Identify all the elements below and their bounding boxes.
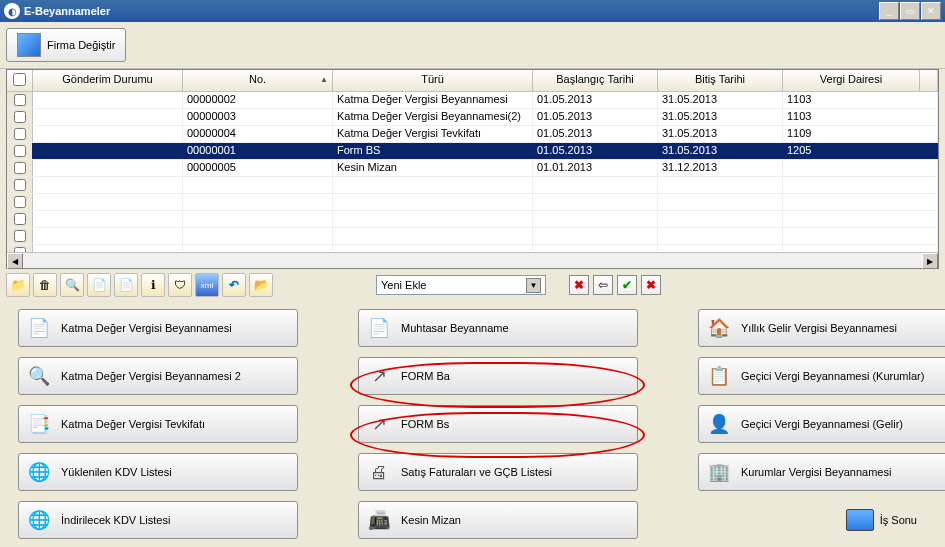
button-label: FORM Ba (401, 370, 450, 382)
i-ndirilecek-kdv-listesi-button[interactable]: 🌐İndirilecek KDV Listesi (18, 501, 298, 539)
info-icon[interactable]: ℹ (141, 273, 165, 297)
cancel-red-button[interactable]: ✖ (569, 275, 589, 295)
button-label: Geçici Vergi Beyannamesi (Gelir) (741, 418, 903, 430)
ge-ici-vergi-beyannamesi-gelir--button[interactable]: 👤Geçici Vergi Beyannamesi (Gelir) (698, 405, 945, 443)
open-folder-icon[interactable]: 📂 (249, 273, 273, 297)
button-label: Kesin Mizan (401, 514, 461, 526)
button-icon: 🏢 (705, 458, 733, 486)
cell-start: 01.01.2013 (533, 160, 658, 176)
row-checkbox[interactable] (7, 245, 33, 252)
button-icon: 🔍 (25, 362, 53, 390)
confirm-button[interactable]: ✔ (617, 275, 637, 295)
table-row[interactable] (7, 177, 938, 194)
xml-icon[interactable]: xml (195, 273, 219, 297)
horizontal-scrollbar[interactable]: ◀ ▶ (7, 252, 938, 268)
kurumlar-vergisi-beyannamesi-button[interactable]: 🏢Kurumlar Vergisi Beyannamesi (698, 453, 945, 491)
cell-gonderim (33, 194, 183, 210)
header-scroll-pad (920, 70, 938, 91)
doc1-icon[interactable]: 📄 (87, 273, 111, 297)
cell-end (658, 228, 783, 244)
row-checkbox[interactable] (7, 211, 33, 227)
cell-vd (783, 245, 938, 252)
row-checkbox[interactable] (7, 194, 33, 210)
scroll-left-button[interactable]: ◀ (7, 253, 23, 269)
add-new-dropdown[interactable]: Yeni Ekle ▼ (376, 275, 546, 295)
table-row[interactable]: 00000002Katma Değer Vergisi Beyannamesi0… (7, 92, 938, 109)
button-label: FORM Bs (401, 418, 449, 430)
muhtasar-beyanname-button[interactable]: 📄Muhtasar Beyanname (358, 309, 638, 347)
end-session-button[interactable]: İş Sonu (838, 505, 925, 535)
table-row[interactable]: 00000005Kesin Mizan01.01.201331.12.2013 (7, 160, 938, 177)
row-checkbox[interactable] (7, 109, 33, 125)
cell-vd (783, 228, 938, 244)
button-label: Muhtasar Beyanname (401, 322, 509, 334)
change-firm-button[interactable]: Firma Değiştir (6, 28, 126, 62)
cell-end: 31.05.2013 (658, 92, 783, 108)
delete-button[interactable]: ✖ (641, 275, 661, 295)
row-checkbox[interactable] (7, 126, 33, 142)
katma-de-er-vergisi-tevkifat--button[interactable]: 📑Katma Değer Vergisi Tevkifatı (18, 405, 298, 443)
cell-turu (333, 211, 533, 227)
row-checkbox[interactable] (7, 177, 33, 193)
form-bs-button[interactable]: ↗FORM Bs (358, 405, 638, 443)
katma-de-er-vergisi-beyannamesi-button[interactable]: 📄Katma Değer Vergisi Beyannamesi (18, 309, 298, 347)
row-checkbox[interactable] (7, 92, 33, 108)
table-row[interactable]: 00000003Katma Değer Vergisi Beyannamesi(… (7, 109, 938, 126)
header-vergi[interactable]: Vergi Dairesi (783, 70, 920, 91)
cell-gonderim (33, 160, 183, 176)
table-row[interactable] (7, 245, 938, 252)
cell-start: 01.05.2013 (533, 92, 658, 108)
y-ll-k-gelir-vergisi-beyannamesi-button[interactable]: 🏠Yıllık Gelir Vergisi Beyannamesi (698, 309, 945, 347)
cell-turu: Katma Değer Vergisi Beyannamesi(2) (333, 109, 533, 125)
ge-ici-vergi-beyannamesi-kurumlar--button[interactable]: 📋Geçici Vergi Beyannamesi (Kurumlar) (698, 357, 945, 395)
cell-end: 31.12.2013 (658, 160, 783, 176)
zoom-icon[interactable]: 🔍 (60, 273, 84, 297)
cell-gonderim (33, 92, 183, 108)
minimize-button[interactable]: _ (879, 2, 899, 20)
chevron-down-icon: ▼ (526, 278, 541, 293)
sat-faturalar-ve-g-b-listesi-button[interactable]: 🖨Satış Faturaları ve GÇB Listesi (358, 453, 638, 491)
undo-icon[interactable]: ↶ (222, 273, 246, 297)
cell-turu: Form BS (333, 143, 533, 159)
table-row[interactable] (7, 228, 938, 245)
declarations-grid: Gönderim Durumu No. Türü Başlangıç Tarih… (6, 69, 939, 269)
button-icon: 🌐 (25, 458, 53, 486)
cell-start (533, 228, 658, 244)
scroll-track[interactable] (23, 253, 922, 268)
table-row[interactable] (7, 211, 938, 228)
kesin-mizan-button[interactable]: 📠Kesin Mizan (358, 501, 638, 539)
button-icon: ↗ (365, 362, 393, 390)
header-checkbox[interactable] (7, 70, 33, 91)
grid-body[interactable]: 00000002Katma Değer Vergisi Beyannamesi0… (7, 92, 938, 252)
doc2-icon[interactable]: 📄 (114, 273, 138, 297)
cell-no (183, 211, 333, 227)
header-gonderim[interactable]: Gönderim Durumu (33, 70, 183, 91)
table-row[interactable] (7, 194, 938, 211)
header-baslangic[interactable]: Başlangıç Tarihi (533, 70, 658, 91)
form-ba-button[interactable]: ↗FORM Ba (358, 357, 638, 395)
cell-start: 01.05.2013 (533, 143, 658, 159)
header-no[interactable]: No. (183, 70, 333, 91)
table-row[interactable]: 00000004Katma Değer Vergisi Tevkifatı01.… (7, 126, 938, 143)
building-icon (17, 33, 41, 57)
row-checkbox[interactable] (7, 160, 33, 176)
y-klenilen-kdv-listesi-button[interactable]: 🌐Yüklenilen KDV Listesi (18, 453, 298, 491)
back-button[interactable]: ⇦ (593, 275, 613, 295)
table-row[interactable]: 00000001Form BS01.05.201331.05.20131205 (7, 143, 938, 160)
maximize-button[interactable]: ▭ (900, 2, 920, 20)
cell-no: 00000003 (183, 109, 333, 125)
cell-gonderim (33, 109, 183, 125)
close-button[interactable]: ✕ (921, 2, 941, 20)
header-turu[interactable]: Türü (333, 70, 533, 91)
header-bitis[interactable]: Bitiş Tarihi (658, 70, 783, 91)
folder-icon[interactable]: 📁 (6, 273, 30, 297)
row-checkbox[interactable] (7, 143, 33, 159)
trash-icon[interactable]: 🗑 (33, 273, 57, 297)
titlebar: ◐ E-Beyannameler _ ▭ ✕ (0, 0, 945, 22)
katma-de-er-vergisi-beyannamesi-2-button[interactable]: 🔍Katma Değer Vergisi Beyannamesi 2 (18, 357, 298, 395)
cell-vd (783, 160, 938, 176)
row-checkbox[interactable] (7, 228, 33, 244)
button-label: Satış Faturaları ve GÇB Listesi (401, 466, 552, 478)
shield-icon[interactable]: 🛡 (168, 273, 192, 297)
scroll-right-button[interactable]: ▶ (922, 253, 938, 269)
